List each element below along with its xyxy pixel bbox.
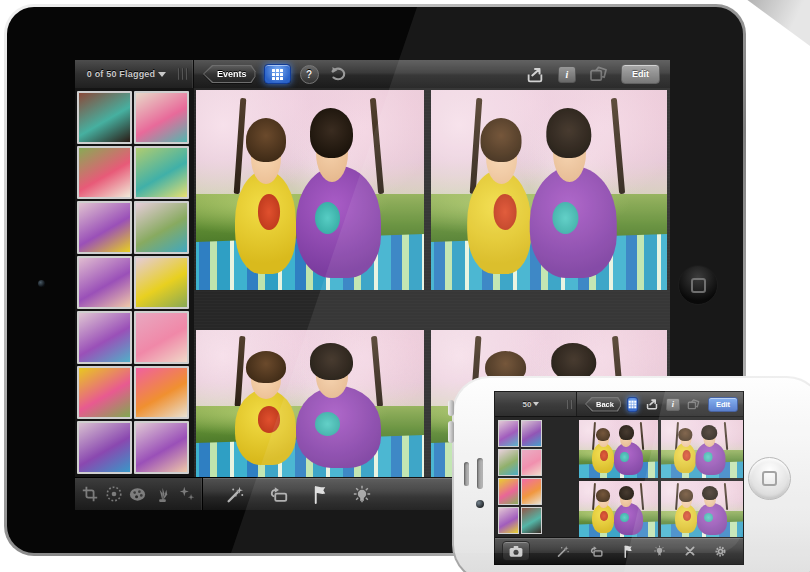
copy-compare-button[interactable] — [588, 545, 604, 558]
photo-thumbnail[interactable] — [77, 256, 132, 309]
flag-counter-dropdown[interactable]: 0 of 50 Flagged — [75, 69, 178, 79]
tag-badge-button[interactable] — [653, 544, 666, 558]
iphone-device: 50 Back — [452, 376, 810, 572]
home-button[interactable] — [678, 265, 718, 305]
photo-cell-1[interactable] — [579, 420, 658, 478]
undo-button[interactable] — [328, 66, 346, 82]
iphone-screen: 50 Back — [494, 391, 744, 565]
photo-counter-label: 50 — [523, 400, 532, 409]
home-button[interactable] — [748, 457, 791, 500]
photo-thumbnail[interactable] — [77, 201, 132, 254]
photo-cell-2[interactable] — [431, 90, 667, 290]
photo-thumbnail[interactable] — [498, 449, 519, 476]
photo-cell-3[interactable] — [579, 481, 658, 538]
iphone-top-toolbar: 50 Back — [495, 392, 743, 417]
photo-thumbnail[interactable] — [134, 256, 189, 309]
photo-cell-4[interactable] — [661, 481, 743, 538]
compare-icon — [589, 66, 608, 82]
compare-button[interactable] — [687, 399, 700, 410]
share-button[interactable] — [525, 66, 545, 83]
events-back-label: Events — [204, 66, 255, 82]
info-icon: i — [666, 398, 680, 411]
flag-icon — [311, 484, 330, 504]
effects-sparkles-icon — [178, 485, 196, 503]
edit-button[interactable]: Edit — [621, 64, 660, 84]
help-button[interactable]: ? — [300, 65, 319, 84]
share-button[interactable] — [645, 398, 659, 410]
photo-thumbnail[interactable] — [521, 507, 542, 534]
flag-button[interactable] — [622, 544, 635, 558]
earpiece-slot — [464, 462, 469, 486]
chevron-down-icon — [533, 402, 539, 406]
photo-thumbnail[interactable] — [77, 91, 132, 144]
photo-thumbnail[interactable] — [134, 91, 189, 144]
iphone-thumbnail-strip[interactable] — [498, 420, 542, 534]
edit-tools-group — [75, 478, 203, 510]
auto-enhance-button[interactable] — [556, 544, 570, 558]
photo-thumbnail[interactable] — [521, 420, 542, 447]
photo-thumbnail[interactable] — [77, 146, 132, 199]
panel-grip-handle[interactable] — [178, 68, 188, 80]
delete-x-icon — [684, 545, 696, 557]
photo-thumbnail[interactable] — [498, 507, 519, 534]
ipad-thumbnail-sidebar[interactable] — [75, 88, 196, 478]
photo-cell-3[interactable] — [196, 330, 424, 477]
panel-grip-handle[interactable] — [567, 400, 573, 409]
copy-compare-button[interactable] — [267, 485, 289, 504]
events-back-button[interactable]: Events — [203, 65, 256, 83]
photo-couple-blossoms — [661, 481, 743, 538]
photo-cell-1[interactable] — [196, 90, 424, 290]
photo-thumbnail[interactable] — [521, 449, 542, 476]
back-button-label: Back — [586, 398, 620, 411]
brushes-button[interactable] — [153, 485, 172, 503]
photo-couple-blossoms — [579, 420, 658, 478]
photo-thumbnail[interactable] — [77, 421, 132, 474]
flag-icon — [622, 544, 635, 558]
photo-thumbnail[interactable] — [134, 201, 189, 254]
brushes-icon — [153, 485, 172, 503]
iphone-bezel: 50 Back — [454, 378, 810, 572]
crop-button[interactable] — [81, 485, 99, 503]
thumbnail-grid-icon — [628, 400, 637, 409]
edit-button[interactable]: Edit — [708, 397, 738, 412]
color-button[interactable] — [128, 485, 147, 503]
photo-counter-dropdown[interactable]: 50 — [495, 400, 567, 409]
photo-thumbnail[interactable] — [134, 146, 189, 199]
photo-thumbnail[interactable] — [498, 420, 519, 447]
tag-badge-button[interactable] — [352, 484, 372, 504]
photo-thumbnail[interactable] — [134, 421, 189, 474]
iphone-bottom-toolbar — [495, 537, 743, 564]
photo-thumbnail[interactable] — [77, 311, 132, 364]
thumbnail-grid-button[interactable] — [627, 397, 638, 412]
front-camera — [476, 500, 484, 508]
camera-button[interactable] — [502, 541, 530, 561]
exposure-button[interactable] — [105, 485, 123, 503]
info-button[interactable]: i — [558, 66, 576, 83]
photo-thumbnail[interactable] — [134, 311, 189, 364]
settings-gear-icon — [714, 545, 727, 558]
photo-thumbnail[interactable] — [521, 478, 542, 505]
compare-icon — [687, 399, 700, 410]
photo-cell-2[interactable] — [661, 420, 743, 478]
photo-counter-section[interactable]: 50 — [495, 392, 577, 416]
auto-enhance-icon — [556, 544, 570, 558]
flag-counter-section[interactable]: 0 of 50 Flagged — [75, 60, 194, 88]
thumbnail-grid-button[interactable] — [264, 64, 291, 84]
edit-button-label: Edit — [632, 69, 649, 79]
iphone-toolbar-right-group: i Edit — [659, 397, 744, 412]
back-button[interactable]: Back — [585, 397, 621, 412]
thumbnail-grid-icon — [271, 68, 284, 81]
photo-thumbnail[interactable] — [498, 478, 519, 505]
auto-enhance-button[interactable] — [225, 484, 245, 504]
info-button[interactable]: i — [666, 398, 680, 411]
flag-counter-label: 0 of 50 Flagged — [87, 69, 156, 79]
delete-button[interactable] — [684, 545, 696, 557]
photo-couple-blossoms — [579, 481, 658, 538]
effects-button[interactable] — [178, 485, 196, 503]
photo-thumbnail[interactable] — [134, 366, 189, 419]
compare-button[interactable] — [589, 66, 608, 82]
settings-button[interactable] — [714, 545, 727, 558]
photo-thumbnail[interactable] — [77, 366, 132, 419]
photo-couple-blossoms — [196, 90, 424, 290]
flag-button[interactable] — [311, 484, 330, 504]
